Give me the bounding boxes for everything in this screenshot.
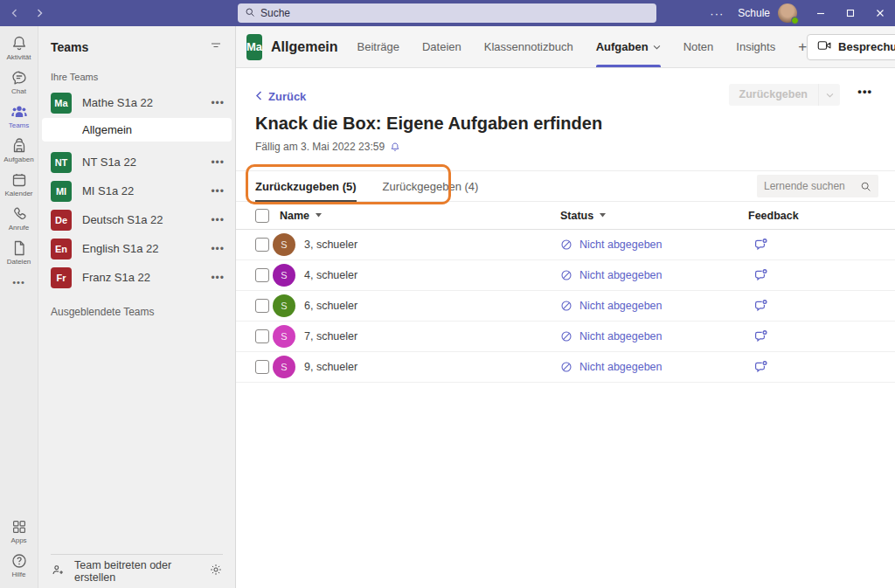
tab-klassennotizbuch[interactable]: Klassennotizbuch: [484, 26, 573, 67]
student-name[interactable]: 3, schueler: [304, 239, 357, 251]
column-header-feedback: Feedback: [748, 210, 799, 222]
status-not-turned-in[interactable]: Nicht abgegeben: [560, 330, 663, 342]
rail-more-icon[interactable]: •••: [12, 270, 25, 294]
team-more-icon[interactable]: •••: [211, 214, 225, 226]
bell-icon: [0, 35, 38, 52]
app-rail: Aktivität Chat Teams Aufgaben Kalender A…: [0, 26, 38, 588]
team-more-icon[interactable]: •••: [211, 243, 225, 255]
row-checkbox[interactable]: [255, 329, 269, 343]
backpack-icon: [0, 137, 38, 155]
rail-item-assignments[interactable]: Aufgaben: [0, 134, 38, 168]
team-avatar: Ma: [51, 93, 72, 114]
team-item-deutsch[interactable]: De Deutsch S1a 22 •••: [38, 205, 235, 234]
status-not-turned-in[interactable]: Nicht abgegeben: [560, 269, 663, 281]
student-name[interactable]: 6, schueler: [304, 300, 357, 312]
select-all-checkbox[interactable]: [255, 209, 269, 223]
status-not-turned-in[interactable]: Nicht abgegeben: [560, 300, 663, 312]
table-row: S 3, schueler Nicht abgegeben: [236, 230, 895, 260]
team-item-english[interactable]: En English S1a 22 •••: [38, 234, 235, 263]
team-item-mi[interactable]: MI MI S1a 22 •••: [38, 176, 235, 205]
column-header-name[interactable]: Name: [280, 210, 322, 222]
gear-icon[interactable]: [209, 563, 223, 580]
camera-icon: [817, 39, 832, 54]
teams-people-icon: [0, 103, 38, 121]
feedback-comment-icon[interactable]: [753, 268, 768, 282]
student-name[interactable]: 4, schueler: [304, 269, 357, 281]
feedback-comment-icon[interactable]: [753, 329, 768, 343]
student-avatar: S: [273, 264, 295, 287]
tab-insights[interactable]: Insights: [736, 26, 775, 67]
status-not-turned-in[interactable]: Nicht abgegeben: [560, 361, 663, 373]
nav-forward-icon[interactable]: [35, 9, 44, 17]
team-more-icon[interactable]: •••: [211, 272, 225, 284]
assignment-title: Knack die Box: Eigene Aufgaben erfinden: [255, 114, 602, 134]
table-row: S 7, schueler Nicht abgegeben: [236, 322, 895, 352]
channel-header: Ma Allgemein Beiträge Dateien Klassennot…: [236, 26, 895, 68]
help-icon: [0, 552, 38, 570]
tab-beitraege[interactable]: Beiträge: [357, 26, 399, 67]
rail-item-teams[interactable]: Teams: [0, 100, 38, 134]
row-checkbox[interactable]: [255, 360, 269, 374]
close-button[interactable]: [865, 0, 895, 26]
tab-aufgaben[interactable]: Aufgaben: [596, 26, 661, 67]
rail-item-apps[interactable]: Apps: [0, 515, 38, 549]
student-avatar: S: [273, 356, 295, 378]
team-item-franz[interactable]: Fr Franz S1a 22 •••: [38, 263, 235, 292]
row-checkbox[interactable]: [255, 268, 269, 282]
apps-grid-icon: [0, 518, 38, 536]
titlebar-more-icon[interactable]: ···: [710, 7, 724, 20]
your-teams-label: Ihre Teams: [38, 63, 235, 88]
tab-noten[interactable]: Noten: [683, 26, 714, 67]
student-search-placeholder: Lernende suchen: [764, 180, 845, 192]
back-link[interactable]: Zurück: [255, 90, 306, 103]
team-more-icon[interactable]: •••: [211, 156, 225, 169]
tab-to-return[interactable]: Zurückzugeben (5): [255, 171, 357, 201]
rail-item-calls[interactable]: Anrufe: [0, 202, 38, 236]
feedback-comment-icon[interactable]: [753, 299, 768, 313]
team-avatar: NT: [51, 152, 72, 173]
assignment-more-icon[interactable]: •••: [857, 85, 872, 98]
channel-item-allgemein-selected[interactable]: Allgemein: [42, 118, 232, 142]
team-item-nt[interactable]: NT NT S1a 22 •••: [38, 148, 235, 176]
status-not-turned-in[interactable]: Nicht abgegeben: [560, 239, 663, 251]
minimize-button[interactable]: [806, 0, 836, 26]
rail-item-files[interactable]: Dateien: [0, 236, 38, 270]
filter-icon[interactable]: [209, 38, 223, 56]
student-name[interactable]: 7, schueler: [304, 330, 357, 342]
hidden-teams-label[interactable]: Ausgeblendete Teams: [38, 292, 235, 332]
team-item-mathe[interactable]: Ma Mathe S1a 22 •••: [38, 88, 235, 117]
rail-item-help[interactable]: Hilfe: [0, 549, 38, 583]
row-checkbox[interactable]: [255, 299, 269, 313]
due-date-text: Fällig am 3. Mai 2022 23:59: [255, 141, 385, 153]
search-icon: [860, 181, 871, 192]
team-more-icon[interactable]: •••: [211, 185, 225, 197]
column-header-status[interactable]: Status: [560, 210, 606, 222]
user-avatar[interactable]: [778, 3, 797, 23]
tab-returned[interactable]: Zurückgegeben (4): [383, 171, 479, 201]
title-bar: Suche ··· Schule: [0, 0, 895, 26]
rail-item-calendar[interactable]: Kalender: [0, 168, 38, 202]
add-tab-button[interactable]: +: [798, 38, 807, 56]
student-name[interactable]: 9, schueler: [304, 361, 357, 373]
account-name[interactable]: Schule: [738, 7, 770, 19]
feedback-comment-icon[interactable]: [753, 238, 768, 252]
meet-now-button[interactable]: Besprechung: [807, 34, 895, 60]
rail-item-activity[interactable]: Aktivität: [0, 31, 38, 66]
student-avatar: S: [273, 294, 295, 317]
return-button-disabled[interactable]: Zurückgeben: [729, 84, 841, 106]
student-search-input[interactable]: Lernende suchen: [757, 175, 878, 197]
nav-back-icon[interactable]: [10, 9, 19, 17]
row-checkbox[interactable]: [255, 238, 269, 252]
maximize-button[interactable]: [836, 0, 865, 26]
channel-team-avatar: Ma: [246, 34, 262, 60]
join-team-label[interactable]: Team beitreten oder erstellen: [74, 559, 200, 584]
rail-item-chat[interactable]: Chat: [0, 66, 38, 100]
notification-bell-icon[interactable]: [390, 142, 400, 153]
search-input[interactable]: Suche: [238, 3, 656, 23]
return-dropdown-chevron[interactable]: [818, 84, 840, 106]
panel-title: Teams: [51, 40, 88, 54]
team-more-icon[interactable]: •••: [211, 97, 225, 109]
feedback-comment-icon[interactable]: [753, 360, 768, 374]
table-row: S 4, schueler Nicht abgegeben: [236, 260, 895, 291]
tab-dateien[interactable]: Dateien: [422, 26, 461, 67]
